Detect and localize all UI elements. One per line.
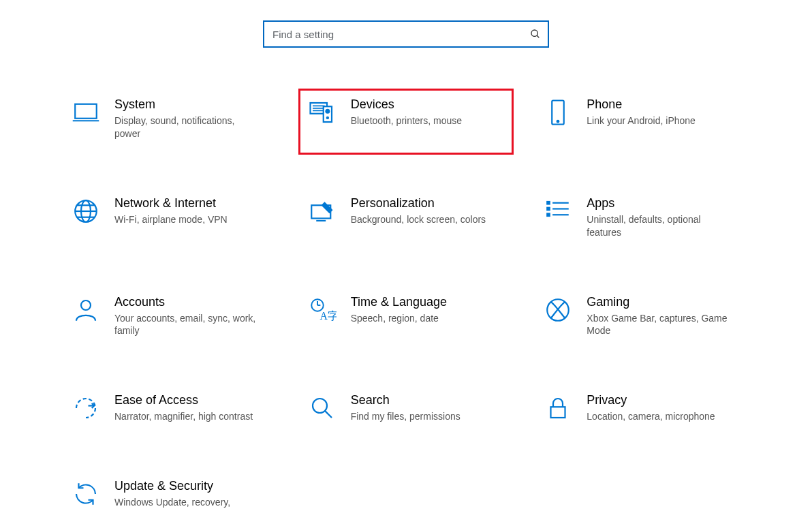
- tile-time-language[interactable]: A字 Time & Language Speech, region, date: [298, 286, 514, 352]
- time-language-icon: A字: [306, 295, 339, 325]
- tile-desc: Xbox Game Bar, captures, Game Mode: [587, 312, 730, 338]
- search-box[interactable]: [263, 20, 549, 48]
- svg-rect-8: [323, 106, 331, 122]
- tile-desc: Background, lock screen, colors: [351, 213, 486, 226]
- svg-line-1: [537, 35, 539, 37]
- svg-rect-22: [548, 213, 550, 216]
- tile-phone[interactable]: Phone Link your Android, iPhone: [534, 89, 750, 155]
- tile-title: Time & Language: [351, 295, 447, 309]
- tile-apps[interactable]: Apps Uninstall, defaults, optional featu…: [534, 187, 750, 253]
- ease-of-access-icon: [69, 393, 102, 423]
- apps-icon: [542, 196, 574, 226]
- tile-privacy[interactable]: Privacy Location, camera, microphone: [534, 384, 750, 437]
- tile-network[interactable]: Network & Internet Wi-Fi, airplane mode,…: [62, 187, 278, 253]
- tile-devices[interactable]: Devices Bluetooth, printers, mouse: [298, 89, 514, 155]
- tile-title: Personalization: [351, 196, 486, 211]
- tile-title: Update & Security: [114, 479, 257, 493]
- tile-desc: Display, sound, notifications, power: [114, 114, 257, 140]
- tile-desc: Link your Android, iPhone: [587, 114, 696, 127]
- tile-desc: Narrator, magnifier, high contrast: [114, 410, 253, 423]
- devices-icon: [306, 97, 339, 127]
- person-icon: [69, 295, 102, 325]
- tile-search[interactable]: Search Find my files, permissions: [298, 384, 514, 437]
- update-icon: [69, 479, 102, 509]
- personalization-icon: [306, 196, 339, 226]
- svg-point-12: [557, 121, 559, 123]
- globe-icon: [69, 196, 102, 226]
- tile-title: Privacy: [587, 393, 715, 407]
- tile-accounts[interactable]: Accounts Your accounts, email, sync, wor…: [62, 286, 278, 352]
- lock-icon: [542, 393, 574, 423]
- tile-desc: Wi-Fi, airplane mode, VPN: [114, 213, 228, 226]
- search-bar-container: [0, 0, 812, 48]
- tile-desc: Bluetooth, printers, mouse: [351, 114, 462, 127]
- tile-update-security[interactable]: Update & Security Windows Update, recove…: [62, 470, 278, 511]
- search-icon: [530, 29, 541, 40]
- tile-desc: Uninstall, defaults, optional features: [587, 213, 730, 239]
- svg-rect-20: [548, 202, 550, 204]
- svg-point-0: [531, 30, 537, 36]
- xbox-icon: [542, 295, 574, 325]
- tile-title: Devices: [351, 97, 462, 112]
- svg-line-34: [325, 412, 332, 418]
- svg-point-9: [325, 109, 330, 114]
- tile-personalization[interactable]: Personalization Background, lock screen,…: [298, 187, 514, 253]
- phone-icon: [542, 97, 574, 127]
- tile-ease-of-access[interactable]: Ease of Access Narrator, magnifier, high…: [62, 384, 278, 437]
- tile-title: Ease of Access: [114, 393, 253, 407]
- svg-point-10: [326, 117, 328, 119]
- tile-title: Network & Internet: [114, 196, 228, 211]
- tile-desc: Location, camera, microphone: [587, 410, 715, 423]
- svg-point-33: [313, 399, 327, 413]
- svg-rect-2: [75, 104, 97, 119]
- tile-desc: Your accounts, email, sync, work, family: [114, 312, 257, 338]
- svg-rect-35: [551, 407, 565, 418]
- tile-title: Apps: [587, 196, 730, 211]
- system-icon: [69, 97, 102, 127]
- tile-title: Search: [351, 393, 460, 407]
- svg-text:A字: A字: [319, 310, 337, 322]
- svg-rect-21: [548, 208, 550, 211]
- tile-desc: Windows Update, recovery, backup: [114, 496, 257, 511]
- tile-title: System: [114, 97, 257, 112]
- tile-title: Phone: [587, 97, 696, 112]
- tile-system[interactable]: System Display, sound, notifications, po…: [62, 89, 278, 155]
- tile-gaming[interactable]: Gaming Xbox Game Bar, captures, Game Mod…: [534, 286, 750, 352]
- search-input[interactable]: [271, 22, 530, 46]
- tile-desc: Find my files, permissions: [351, 410, 460, 423]
- tile-desc: Speech, region, date: [351, 312, 447, 325]
- magnifier-icon: [306, 393, 339, 423]
- tile-title: Accounts: [114, 295, 257, 309]
- tile-title: Gaming: [587, 295, 730, 309]
- settings-grid: System Display, sound, notifications, po…: [62, 89, 750, 511]
- svg-point-26: [81, 300, 91, 310]
